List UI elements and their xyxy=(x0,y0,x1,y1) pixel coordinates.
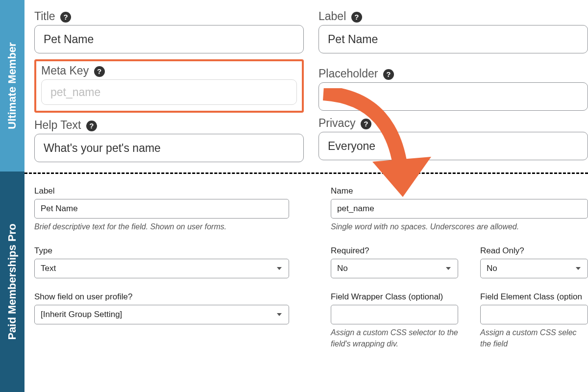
pm-type-label: Type xyxy=(34,246,311,256)
um-metakey-label: Meta Key xyxy=(41,64,89,77)
um-label-label: Label xyxy=(318,10,346,23)
help-icon[interactable]: ? xyxy=(351,12,362,23)
help-icon[interactable]: ? xyxy=(60,12,71,23)
pm-name-label: Name xyxy=(331,186,588,196)
help-icon[interactable]: ? xyxy=(94,66,105,77)
um-panel: Title ? Meta Key ? Help Text ? Label ? xyxy=(24,0,588,172)
pm-readonly-label: Read Only? xyxy=(480,246,588,256)
pm-label-desc: Brief descriptive text for the field. Sh… xyxy=(34,221,311,232)
chevron-down-icon xyxy=(277,267,282,270)
um-helptext-input[interactable] xyxy=(34,134,304,162)
section-divider xyxy=(24,172,588,174)
pm-element-label: Field Element Class (option xyxy=(480,292,588,302)
um-label-input[interactable] xyxy=(318,25,588,53)
pm-wrapper-input[interactable] xyxy=(331,305,458,324)
um-metakey-input[interactable] xyxy=(41,79,297,105)
um-placeholder-label: Placeholder xyxy=(318,67,378,80)
sidebar-bottom: Paid Memberships Pro xyxy=(0,172,24,392)
sidebar-top-label: Ultimate Member xyxy=(6,42,19,129)
meta-key-highlight: Meta Key ? xyxy=(34,59,304,113)
pm-label-label: Label xyxy=(34,186,311,196)
pm-required-label: Required? xyxy=(331,246,461,256)
um-title-input[interactable] xyxy=(34,25,304,53)
pm-wrapper-desc: Assign a custom CSS selector to the fiel… xyxy=(331,327,458,349)
um-privacy-input[interactable] xyxy=(318,132,588,160)
pm-type-value: Text xyxy=(41,264,56,273)
sidebar-top: Ultimate Member xyxy=(0,0,24,172)
pm-element-desc: Assign a custom CSS selec the field xyxy=(480,327,588,349)
pm-element-input[interactable] xyxy=(480,305,588,324)
um-helptext-label: Help Text xyxy=(34,119,81,132)
help-icon[interactable]: ? xyxy=(361,119,371,129)
um-title-label: Title xyxy=(34,10,55,23)
pm-name-input[interactable] xyxy=(331,199,588,219)
pm-name-desc: Single word with no spaces. Underscores … xyxy=(331,221,588,232)
pm-readonly-value: No xyxy=(487,264,497,273)
chevron-down-icon xyxy=(446,267,451,270)
um-privacy-label: Privacy xyxy=(318,117,355,130)
help-icon[interactable]: ? xyxy=(383,69,394,80)
chevron-down-icon xyxy=(576,267,581,270)
pm-wrapper-label: Field Wrapper Class (optional) xyxy=(331,292,461,302)
pm-label-input[interactable] xyxy=(34,199,289,219)
pm-panel: Label Brief descriptive text for the fie… xyxy=(24,176,588,363)
help-icon[interactable]: ? xyxy=(86,121,97,131)
pm-type-select[interactable]: Text xyxy=(34,259,289,278)
pm-showprofile-select[interactable]: [Inherit Group Setting] xyxy=(34,305,289,324)
pm-required-value: No xyxy=(337,264,348,273)
sidebar-bottom-label: Paid Memberships Pro xyxy=(6,223,19,340)
pm-showprofile-value: [Inherit Group Setting] xyxy=(41,310,122,319)
pm-readonly-select[interactable]: No xyxy=(480,259,588,278)
pm-showprofile-label: Show field on user profile? xyxy=(34,292,311,302)
um-placeholder-input[interactable] xyxy=(318,82,588,111)
chevron-down-icon xyxy=(277,313,282,316)
pm-required-select[interactable]: No xyxy=(331,259,458,278)
